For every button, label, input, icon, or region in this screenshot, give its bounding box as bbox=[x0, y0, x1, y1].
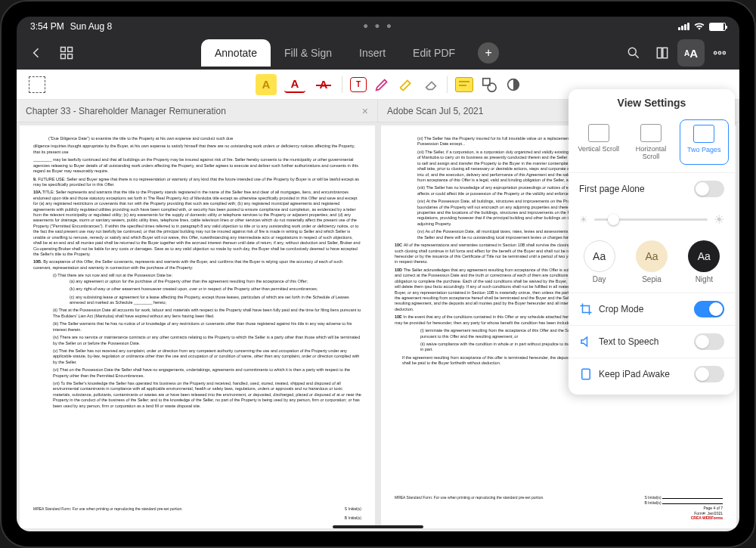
ipad-frame: 3:54 PM Sun Aug 8 • • • Annotate Fill & … bbox=[0, 0, 756, 548]
brightness-row: ☀ ☀ bbox=[569, 205, 735, 234]
body-text: TITLE: Seller represents and warrants th… bbox=[33, 190, 361, 256]
body-text: That at the Possession Date all accounts… bbox=[53, 308, 361, 317]
shapes-tool[interactable] bbox=[481, 76, 497, 93]
view-settings-panel: View Settings Vertical Scroll Horizontal… bbox=[569, 89, 735, 395]
battery-icon bbox=[709, 23, 726, 31]
svg-point-9 bbox=[488, 83, 496, 91]
highlight-tool[interactable]: A bbox=[256, 74, 277, 95]
speaker-icon bbox=[579, 335, 593, 348]
theme-label: Day bbox=[593, 275, 606, 283]
svg-point-6 bbox=[718, 51, 720, 54]
theme-night[interactable]: AaNight bbox=[688, 240, 720, 283]
brightness-slider[interactable] bbox=[594, 218, 708, 221]
row-crop-mode: Crop Mode bbox=[569, 293, 735, 325]
body-text: ("Due Diligence Date") to examine the ti… bbox=[48, 136, 233, 141]
ipad-icon bbox=[579, 367, 593, 381]
tab-fill-sign[interactable]: Fill & Sign bbox=[271, 39, 345, 67]
bookmarks-button[interactable] bbox=[649, 39, 676, 67]
doc-tab-title: Adobe Scan Jul 5, 2021 bbox=[387, 106, 483, 116]
theme-label: Night bbox=[696, 275, 713, 283]
brightness-high-icon: ☀ bbox=[714, 212, 724, 227]
search-button[interactable] bbox=[620, 39, 647, 67]
opacity-tool[interactable] bbox=[505, 76, 522, 93]
row-first-page-alone: First page Alone bbox=[569, 172, 735, 205]
document-tab-1[interactable]: Chapter 33 - Shareholder Manager Remuner… bbox=[17, 100, 378, 122]
home-indicator[interactable] bbox=[333, 525, 423, 528]
body-text: diligence inquiries thought appropriate … bbox=[33, 144, 361, 155]
view-settings-button[interactable]: AA bbox=[677, 39, 705, 67]
toggle-crop-mode[interactable] bbox=[694, 301, 724, 317]
add-tab-button[interactable]: + bbox=[478, 42, 499, 63]
tab-annotate[interactable]: Annotate bbox=[201, 39, 271, 67]
close-icon[interactable]: × bbox=[362, 105, 368, 117]
status-date: Sun Aug 8 bbox=[70, 21, 112, 32]
main-toolbar: Annotate Fill & Sign Insert Edit PDF + A… bbox=[17, 36, 739, 70]
toggle-keep-awake[interactable] bbox=[694, 366, 724, 382]
svg-point-4 bbox=[628, 48, 636, 55]
body-text: The Seller warrants that he has no notic… bbox=[53, 321, 352, 331]
svg-point-7 bbox=[723, 51, 725, 54]
tab-edit-pdf[interactable]: Edit PDF bbox=[399, 39, 469, 67]
body-text: FUTURE USE: Seller and Buyer agree that … bbox=[33, 177, 359, 187]
option-label: Text to Speech bbox=[599, 336, 658, 347]
toggle-text-to-speech[interactable] bbox=[694, 333, 724, 350]
body-text: any agreement or option for the purchase… bbox=[76, 279, 308, 283]
footer-text: MREA Standard Form: For use when printin… bbox=[395, 495, 544, 521]
toggle-first-page-alone[interactable] bbox=[694, 181, 724, 197]
theme-sepia[interactable]: AaSepia bbox=[636, 240, 668, 283]
body-text: That on the Possession Date the Seller s… bbox=[53, 367, 350, 377]
thumbnails-button[interactable] bbox=[53, 39, 80, 67]
page-number: Page 4 of 7 bbox=[644, 506, 723, 511]
mode-tabs: Annotate Fill & Sign Insert Edit PDF + bbox=[83, 39, 617, 67]
body-text: That there are not now and will not at t… bbox=[57, 273, 172, 277]
option-label: Crop Mode bbox=[599, 304, 643, 314]
underline-tool[interactable]: A bbox=[284, 76, 305, 93]
body-text: ________ may be lawfully continued and t… bbox=[33, 157, 361, 174]
screen: 3:54 PM Sun Aug 8 • • • Annotate Fill & … bbox=[17, 17, 739, 531]
more-button[interactable] bbox=[706, 39, 733, 67]
textbox-tool[interactable]: T bbox=[350, 77, 367, 92]
svg-rect-11 bbox=[582, 369, 590, 379]
theme-label: Sepia bbox=[642, 275, 662, 283]
initial-label: S Initial(s) bbox=[345, 506, 361, 511]
tab-insert[interactable]: Insert bbox=[345, 39, 399, 67]
mode-two-pages[interactable]: Two Pages bbox=[680, 119, 729, 165]
brand-label: CREA WEBForms bbox=[644, 515, 723, 521]
multitask-dots[interactable]: • • • bbox=[262, 19, 494, 35]
theme-day[interactable]: AaDay bbox=[584, 240, 615, 283]
body-text: There are no service or maintenance cont… bbox=[53, 335, 360, 345]
highlighter-tool[interactable] bbox=[398, 76, 415, 93]
brightness-low-icon: ☀ bbox=[579, 214, 588, 225]
crop-icon bbox=[579, 302, 593, 316]
pen-tool[interactable] bbox=[374, 76, 391, 93]
body-text: any right-of-way or other easement howso… bbox=[76, 286, 318, 291]
note-tool[interactable] bbox=[455, 77, 473, 92]
back-button[interactable] bbox=[23, 39, 50, 67]
selection-tool[interactable] bbox=[29, 76, 45, 93]
row-text-to-speech: Text to Speech bbox=[569, 325, 735, 358]
initial-label: B Initial(s) bbox=[644, 500, 661, 505]
body-text: That the Seller has not received any com… bbox=[53, 348, 359, 364]
svg-point-5 bbox=[714, 51, 717, 54]
mode-horizontal-scroll[interactable]: Horizontal Scroll bbox=[627, 119, 674, 165]
initial-label: S Initial(s) bbox=[644, 495, 661, 500]
body-text: To the Seller's knowledge the Seller has… bbox=[53, 381, 361, 408]
strikethrough-tool[interactable]: A bbox=[313, 74, 334, 95]
cellular-icon bbox=[678, 23, 689, 30]
doc-tab-title: Chapter 33 - Shareholder Manager Remuner… bbox=[26, 106, 226, 116]
mode-label: Vertical Scroll bbox=[578, 145, 619, 153]
mode-label: Two Pages bbox=[687, 146, 721, 153]
wifi-icon bbox=[694, 23, 705, 30]
status-time: 3:54 PM bbox=[30, 21, 64, 32]
footer-text: MREA Standard Form: For use when printin… bbox=[33, 506, 183, 522]
page-left: ("Due Diligence Date") to examine the ti… bbox=[20, 125, 375, 528]
option-label: First page Alone bbox=[579, 184, 645, 194]
eraser-tool[interactable] bbox=[423, 76, 439, 93]
svg-rect-0 bbox=[61, 48, 66, 52]
body-text: any subsisting lease or agreement for a … bbox=[70, 295, 349, 305]
mode-label: Horizontal Scroll bbox=[636, 145, 667, 160]
mode-vertical-scroll[interactable]: Vertical Scroll bbox=[575, 119, 622, 165]
initial-label: B Initial(s) bbox=[345, 515, 361, 520]
svg-rect-3 bbox=[68, 54, 73, 59]
panel-title: View Settings bbox=[569, 89, 735, 116]
